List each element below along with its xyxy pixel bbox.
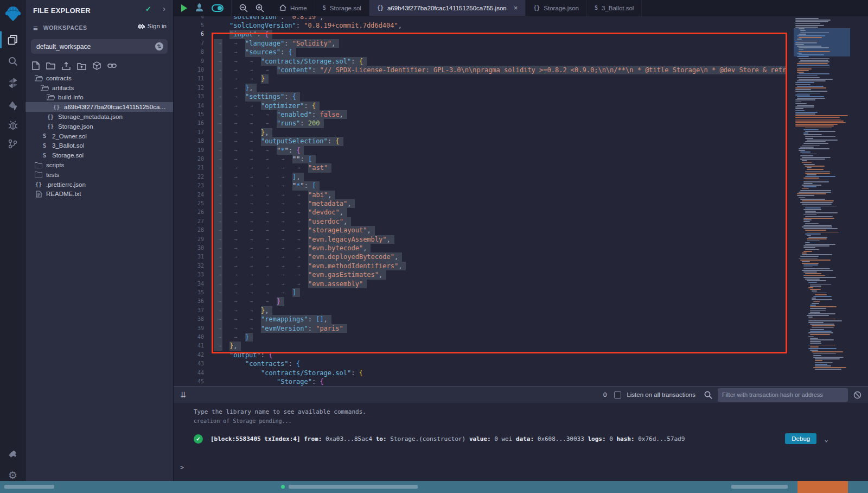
code-line-18[interactable]: →→→"outputSelection": { [214,137,787,146]
zoom-in-icon[interactable] [256,4,264,12]
code-line-32[interactable]: →→→→→→"evm.methodIdentifiers", [214,262,787,270]
code-line-8[interactable]: →→"sources": { [214,48,787,56]
workspaces-menu-icon[interactable]: ≡ [33,23,38,33]
close-tab-icon[interactable]: × [514,4,518,12]
code-line-40[interactable]: →→} [214,333,787,342]
upload-file-icon[interactable] [62,61,71,70]
code-line-24[interactable]: →→→→→→"abi", [214,191,787,199]
file-explorer-icon[interactable] [0,30,25,49]
code-line-12[interactable]: →→}, [214,84,787,92]
code-line-5[interactable]: "solcLongVersion": "0.8.19+commit.7dd6d4… [214,21,787,30]
code-line-11[interactable]: →→→} [214,74,787,83]
code-line-23[interactable]: →→→→→"*": [ [214,181,787,190]
code-line-39[interactable]: →→→"evmVersion": "paris" [214,324,787,333]
code-line-36[interactable]: →→→→} [214,297,787,306]
code-line-29[interactable]: →→→→→→"evm.legacyAssembly", [214,235,787,244]
deploy-run-icon[interactable] [0,97,25,115]
code-line-4[interactable]: "solcVersion": "0.8.19", [214,16,787,21]
remix-logo-icon[interactable] [4,4,22,23]
tree-item-storage-sol[interactable]: SStorage.sol [25,150,173,160]
editor-toggle-switch[interactable] [212,4,224,12]
code-line-28[interactable]: →→→→→→"storageLayout", [214,226,787,235]
zoom-out-icon[interactable] [239,4,248,12]
tree-item-artifacts[interactable]: artifacts [25,83,173,93]
terminal-collapse-icon[interactable]: ⇊ [180,390,187,399]
tab-a69b43f277ba20fcac141151250ca755-json[interactable]: {}a69b43f277ba20fcac141151250ca755.json× [369,0,526,16]
whitespace-arrow: → [219,173,221,181]
transaction-filter-input[interactable] [718,388,848,402]
plugin-manager-icon[interactable] [0,444,25,463]
tab-storage-json[interactable]: {}Storage.json [526,0,587,16]
debugger-icon[interactable] [0,116,25,135]
code-line-10[interactable]: →→→→"content": "// SPDX-License-Identifi… [214,66,787,74]
code-line-42[interactable]: "output": { [214,351,787,359]
code-editor[interactable]: 4567891011121314151617181920212223242526… [174,16,868,386]
tab-home[interactable]: Home [272,0,315,16]
terminal-prompt[interactable]: > [180,464,184,471]
tree-item-3-ballot-sol[interactable]: S3_Ballot.sol [25,141,173,151]
listen-all-checkbox[interactable] [614,391,621,399]
terminal-search-icon[interactable] [704,391,712,399]
tree-item-a69b43f277ba20fcac141151250ca7-[interactable]: {}a69b43f277ba20fcac141151250ca7... [25,102,173,112]
code-line-34[interactable]: →→→→→→"evm.assembly" [214,280,787,288]
code-line-7[interactable]: →→"language": "Solidity", [214,39,787,48]
sign-in-button[interactable]: Sign in [138,23,167,29]
tree-item-readme-txt[interactable]: README.txt [25,189,173,199]
code-line-15[interactable]: →→→→"enabled": false, [214,110,787,119]
code-line-9[interactable]: →→→"contracts/Storage.sol": { [214,57,787,66]
code-line-26[interactable]: →→→→→→"devdoc", [214,208,787,217]
code-line-6[interactable]: "input": { [214,30,787,39]
link-icon[interactable] [107,62,117,69]
terminal-output[interactable]: Type the library name to see available c… [174,403,868,481]
code-line-30[interactable]: →→→→→→"evm.bytecode", [214,244,787,252]
new-file-icon[interactable] [32,61,40,70]
new-folder-icon[interactable] [46,62,55,69]
transaction-log-row[interactable]: ✓ [block:5583405 txIndex:4] from: 0xa03.… [194,433,850,444]
code-line-38[interactable]: →→→"remappings": [], [214,315,787,324]
tree-item-build-info[interactable]: build-info [25,93,173,103]
workspace-select[interactable]: default_workspace ⇅ [31,39,168,54]
code-line-31[interactable]: →→→→→→"evm.deployedBytecode", [214,252,787,261]
tx-expand-chevron-icon[interactable]: ⌄ [824,435,828,443]
tree-item-scripts[interactable]: scripts [25,160,173,170]
tree-item-2-owner-sol[interactable]: S2_Owner.sol [25,131,173,141]
editor-minimap[interactable] [794,16,850,375]
statusbar-orange-segment[interactable] [797,481,848,493]
tree-item-storage-json[interactable]: {}Storage.json [25,122,173,131]
code-line-41[interactable]: →}, [214,342,787,350]
debug-button[interactable]: Debug [785,433,816,444]
code-line-22[interactable]: →→→→→], [214,173,787,181]
solidity-compiler-icon[interactable] [0,74,25,92]
clear-console-icon[interactable] [853,391,861,399]
tree-item-tests[interactable]: tests [25,170,173,180]
code-line-25[interactable]: →→→→→→"metadata", [214,199,787,208]
code-line-20[interactable]: →→→→→"": [ [214,155,787,163]
ipfs-cube-icon[interactable] [93,61,101,70]
tab-storage-sol[interactable]: SStorage.sol [315,0,369,16]
code-line-27[interactable]: →→→→→→"userdoc", [214,217,787,226]
code-line-17[interactable]: →→→}, [214,128,787,137]
code-line-21[interactable]: →→→→→→"ast" [214,163,787,172]
tab-3-ballot-sol[interactable]: S3_Ballot.sol [587,0,642,16]
tree-item-contracts[interactable]: contracts [25,73,173,83]
search-icon[interactable] [0,52,25,71]
code-line-14[interactable]: →→→"optimizer": { [214,102,787,110]
code-line-45[interactable]: "Storage": { [214,377,787,386]
upload-folder-icon[interactable] [77,62,86,70]
code-line-44[interactable]: "contracts/Storage.sol": { [214,369,787,377]
code-line-19[interactable]: →→→→"*": { [214,146,787,155]
panel-chevron-right-icon[interactable]: › [163,4,165,13]
workspace-sort-icon[interactable]: ⇅ [155,42,163,50]
code-line-13[interactable]: →→"settings": { [214,92,787,101]
code-line-16[interactable]: →→→→"runs": 200 [214,119,787,128]
code-line-33[interactable]: →→→→→→"evm.gasEstimates", [214,270,787,279]
tree-item-storage-metadata-json[interactable]: {}Storage_metadata.json [25,112,173,122]
editor-code-lines[interactable]: "solcVersion": "0.8.19","solcLongVersion… [214,16,787,386]
run-script-button[interactable] [181,4,187,12]
code-line-37[interactable]: →→→}, [214,306,787,315]
git-icon[interactable] [0,135,25,153]
tree-item--prettierrc-json[interactable]: {}.prettierrc.json [25,180,173,189]
code-line-35[interactable]: →→→→→] [214,288,787,297]
ai-assistant-icon[interactable] [195,3,204,12]
code-line-43[interactable]: "contracts": { [214,359,787,368]
